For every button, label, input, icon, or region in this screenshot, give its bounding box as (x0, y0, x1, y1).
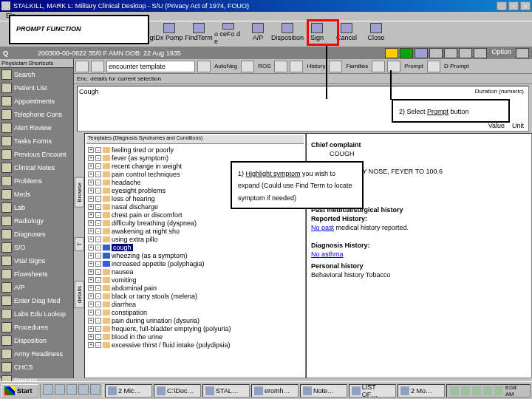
expand-icon[interactable]: + (88, 212, 94, 218)
tb2-back-button[interactable] (75, 61, 89, 72)
expand-icon[interactable]: - (95, 269, 101, 275)
sign-button[interactable]: Sign (303, 23, 331, 45)
expand-icon[interactable]: + (88, 269, 94, 275)
expand-icon[interactable]: - (95, 261, 101, 267)
no-past-link[interactable]: No past (311, 224, 334, 231)
dprompt-button[interactable]: D Prompt (443, 63, 471, 69)
shortcut-item[interactable]: Patient List (0, 81, 73, 95)
taskbar-task[interactable]: LIST OF… (349, 384, 396, 398)
shortcut-item[interactable]: Procedures (0, 321, 73, 334)
shortcut-item[interactable]: S/O (0, 241, 73, 254)
expand-icon[interactable]: - (95, 236, 101, 242)
prompt-icon[interactable] (387, 61, 400, 72)
tree-row[interactable]: +-black or tarry stools (melena) (86, 292, 304, 300)
taskbar-task[interactable]: STAL… (202, 384, 250, 398)
expand-icon[interactable]: - (95, 245, 101, 250)
tb2-fwd-button[interactable] (91, 61, 104, 72)
expand-icon[interactable]: + (88, 310, 94, 316)
taskbar-task[interactable]: 2 Mo… (398, 384, 445, 398)
patient-bar-icon[interactable] (459, 48, 472, 58)
shortcut-item[interactable]: Radiology (0, 214, 73, 228)
shortcut-item[interactable]: Flowsheets (0, 267, 73, 281)
expand-icon[interactable]: - (95, 277, 101, 283)
patient-bar-icon[interactable] (415, 48, 428, 58)
minimize-button[interactable]: _ (497, 1, 507, 10)
expand-icon[interactable]: - (95, 301, 101, 307)
expand-icon[interactable]: + (88, 285, 94, 291)
expand-icon[interactable]: + (88, 196, 94, 202)
expand-icon[interactable]: - (95, 342, 101, 348)
expand-icon[interactable]: + (88, 253, 94, 259)
start-button[interactable]: Start (1, 384, 38, 398)
expand-icon[interactable]: + (88, 277, 94, 283)
ros-label[interactable]: ROS (256, 63, 272, 69)
option-label[interactable]: Option (488, 48, 514, 58)
tree-row[interactable]: +-frequent, full-bladder emptying (polyu… (86, 324, 304, 332)
tray-icon[interactable] (472, 386, 481, 395)
shortcut-item[interactable]: Clinical Notes (0, 161, 73, 174)
shortcut-item[interactable]: Meds (0, 188, 73, 201)
taskbar-task[interactable]: C:\Doc… (154, 384, 201, 398)
expand-icon[interactable]: - (95, 171, 101, 177)
expand-icon[interactable]: - (95, 163, 101, 169)
browse-tab[interactable]: Browse (75, 177, 84, 208)
shortcut-item[interactable]: Previous Encount (0, 148, 73, 161)
expand-icon[interactable]: + (88, 326, 94, 332)
expand-icon[interactable]: - (95, 188, 101, 194)
expand-icon[interactable]: + (88, 261, 94, 267)
tb2-icon[interactable] (290, 61, 303, 72)
shortcut-item[interactable]: Army Readiness (0, 347, 73, 361)
tree-row[interactable]: +-difficulty breathing (dyspnea) (86, 219, 304, 227)
tb2-icon[interactable] (197, 61, 211, 72)
taskbar-task[interactable]: Note… (300, 384, 347, 398)
expand-icon[interactable]: - (95, 285, 101, 291)
taskbar-task[interactable]: 2 Mic… (105, 384, 152, 398)
maximize-button[interactable]: ▫ (508, 1, 519, 10)
shortcut-item[interactable]: Enter Diag Med (0, 294, 73, 307)
expand-icon[interactable]: - (95, 318, 101, 324)
shortcut-item[interactable]: Labs Edu Lookup (0, 307, 73, 321)
tray-icon[interactable] (483, 386, 492, 395)
tree-row[interactable]: +-using extra pillo (86, 235, 304, 243)
tb2-icon[interactable] (372, 61, 385, 72)
expand-icon[interactable]: - (95, 326, 101, 332)
history-button[interactable]: History (305, 63, 327, 69)
expand-icon[interactable]: + (88, 318, 94, 324)
tree-row[interactable]: +-awakening at night sho (86, 227, 304, 235)
expand-icon[interactable]: - (95, 293, 101, 299)
expand-icon[interactable]: - (95, 180, 101, 185)
tree-row[interactable]: +-diarrhea (86, 300, 304, 308)
expand-icon[interactable]: + (88, 228, 94, 234)
tree-row[interactable]: +-feeling tired or poorly (86, 146, 304, 154)
quicklaunch-icon[interactable] (43, 384, 53, 395)
tree-row[interactable]: +-blood in the urine (86, 332, 304, 341)
autoneg-button[interactable]: AutoNeg (213, 63, 239, 69)
tray-icon[interactable] (494, 386, 503, 395)
expand-icon[interactable]: + (88, 334, 94, 340)
shortcut-item[interactable]: Telephone Cons (0, 108, 73, 121)
template-dropdown[interactable]: encounter template (106, 61, 195, 72)
tree-row[interactable]: +-chest pain or discomfort (86, 211, 304, 219)
expand-icon[interactable]: + (88, 180, 94, 185)
findterm-button[interactable]: FindTerm (185, 23, 213, 45)
tree-row[interactable]: +-increased appetite (polyphagia) (86, 259, 304, 267)
patient-bar-icon[interactable] (429, 48, 443, 58)
expand-icon[interactable]: + (88, 293, 94, 299)
taskbar-task[interactable]: eromh… (251, 384, 299, 398)
shortcut-item[interactable]: Diagnoses (0, 228, 73, 241)
expand-icon[interactable]: + (88, 301, 94, 307)
expand-icon[interactable]: + (88, 245, 94, 250)
expand-icon[interactable]: + (88, 204, 94, 210)
dprompt-icon[interactable] (427, 61, 440, 72)
quicklaunch-icon[interactable] (55, 384, 65, 395)
shortcut-item[interactable]: Vital Signs (0, 254, 73, 267)
tree-row[interactable]: +-constipation (86, 308, 304, 316)
shortcut-item[interactable]: Alert Review (0, 121, 73, 134)
tree-row[interactable]: +-excessive thirst / fluid intake (polyd… (86, 341, 304, 349)
expand-icon[interactable]: - (95, 196, 101, 202)
shortcut-item[interactable]: CHCS (0, 361, 73, 374)
tb2-icon[interactable] (274, 61, 287, 72)
tree-row[interactable]: +-vomiting (86, 276, 304, 284)
patient-bar-dropdown[interactable] (516, 48, 529, 58)
expand-icon[interactable]: + (88, 220, 94, 226)
